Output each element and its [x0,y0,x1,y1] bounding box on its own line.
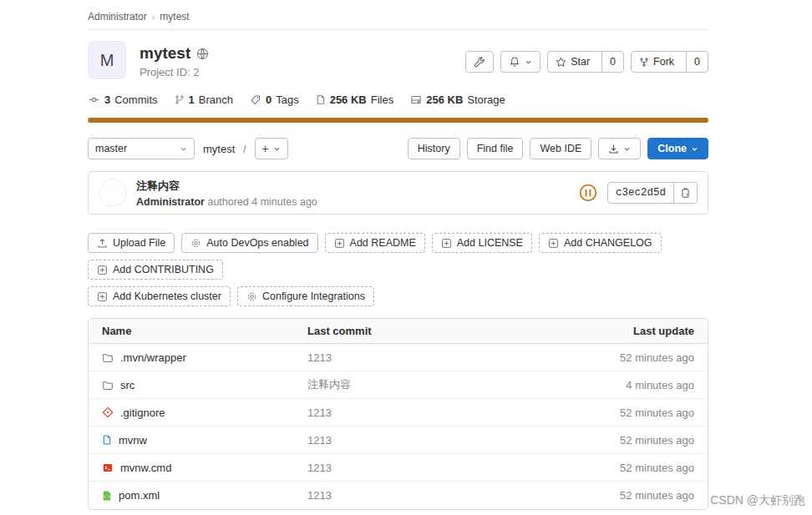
commit-link[interactable]: 1213 [307,434,552,447]
web-ide-button[interactable]: Web IDE [530,138,591,159]
quick-actions-row-2: Add Kubernetes cluster Configure Integra… [88,286,708,306]
language-bar[interactable] [88,118,708,123]
file-name: mvnw.cmd [120,462,171,474]
chevron-down-icon [691,145,698,153]
branch-icon [175,94,185,105]
stat-value: 0 [266,93,272,106]
table-row[interactable]: pom.xml 1213 52 minutes ago [89,482,708,509]
branch-selector[interactable]: master [88,138,195,159]
stat-branches[interactable]: 1 Branch [175,93,233,106]
gear-icon [246,291,257,302]
stat-label: Branch [199,93,233,106]
table-row[interactable]: mvnw 1213 52 minutes ago [89,427,708,454]
xml-file-icon [102,490,112,502]
file-name: .gitignore [120,406,165,419]
stat-files[interactable]: 256 KB Files [316,93,394,106]
commit-link[interactable]: 1213 [307,489,552,502]
button-label: Add Kubernetes cluster [113,290,221,302]
console-file-icon [102,462,114,473]
file-link[interactable]: mvnw.cmd [102,462,307,474]
fork-count[interactable]: 0 [686,52,708,72]
file-table-header: Name Last commit Last update [89,319,708,344]
stat-tags[interactable]: 0 Tags [250,93,299,106]
star-segment[interactable]: Star [548,52,597,72]
last-update: 52 minutes ago [552,462,694,474]
commit-author-name[interactable]: Administrator [136,196,205,208]
project-id: Project ID: 2 [140,66,209,78]
star-button[interactable]: Star 0 [547,51,624,73]
chevron-down-icon [525,58,532,66]
clipboard-icon [680,187,691,199]
copy-sha-button[interactable] [673,183,697,203]
storage-icon [410,94,422,105]
git-file-icon [102,406,114,418]
plus-square-icon [97,291,108,302]
star-icon [556,57,566,68]
stat-commits[interactable]: 3 Commits [88,93,158,106]
file-link[interactable]: .mvn/wrapper [102,351,307,364]
add-license-button[interactable]: Add LICENSE [432,233,532,253]
star-count[interactable]: 0 [601,52,623,72]
table-row[interactable]: src 注释内容 4 minutes ago [89,371,708,399]
history-button[interactable]: History [408,138,460,159]
upload-file-button[interactable]: Upload File [88,233,175,253]
add-changelog-button[interactable]: Add CHANGELOG [539,233,662,253]
fork-icon [639,57,649,68]
add-file-dropdown-button[interactable]: + [255,138,288,159]
table-row[interactable]: .mvn/wrapper 1213 52 minutes ago [89,344,708,371]
commit-link[interactable]: 注释内容 [307,377,552,392]
file-link[interactable]: pom.xml [102,489,307,502]
last-update: 52 minutes ago [552,489,694,502]
file-link[interactable]: src [102,379,307,391]
add-contributing-button[interactable]: Add CONTRIBUTING [88,260,223,280]
header-last-update: Last update [552,325,694,337]
breadcrumb-project[interactable]: mytest [160,11,189,23]
add-kubernetes-cluster-button[interactable]: Add Kubernetes cluster [88,286,231,306]
repo-path-root[interactable]: mytest [203,143,235,155]
commit-sha[interactable]: c3ec2d5d [608,183,673,203]
project-stats: 3 Commits 1 Branch 0 Tags 256 KB Files [88,93,708,106]
stat-label: Files [371,93,393,106]
commit-author-avatar[interactable] [99,179,127,207]
commit-info: 注释内容 Administrator authored 4 minutes ag… [136,179,317,208]
file-icon [316,94,326,105]
wrench-icon [474,56,485,68]
commit-link[interactable]: 1213 [307,406,552,419]
last-commit-box: 注释内容 Administrator authored 4 minutes ag… [88,171,708,215]
bell-icon [509,56,520,68]
globe-icon [196,48,209,60]
project-header: M mytest Project ID: 2 [88,41,708,79]
table-row[interactable]: mvnw.cmd 1213 52 minutes ago [89,454,708,482]
commit-message-link[interactable]: 注释内容 [136,179,317,194]
auto-devops-button[interactable]: Auto DevOps enabled [181,233,317,253]
file-link[interactable]: .gitignore [102,406,307,419]
find-file-button[interactable]: Find file [467,138,524,159]
file-link[interactable]: mvnw [102,434,307,447]
notifications-button[interactable] [500,51,540,73]
gear-icon [190,238,201,249]
fork-button[interactable]: Fork 0 [631,51,708,73]
settings-wrench-button[interactable] [465,51,494,73]
commit-link[interactable]: 1213 [307,462,552,474]
folder-icon [102,380,114,391]
clone-button[interactable]: Clone [647,138,708,159]
plus-icon: + [262,142,269,155]
header-name: Name [102,325,307,337]
download-button[interactable] [598,138,641,159]
breadcrumb-group[interactable]: Administrator [88,11,147,23]
configure-integrations-button[interactable]: Configure Integrations [237,286,374,306]
add-readme-button[interactable]: Add README [325,233,425,253]
branch-name: master [95,143,127,154]
star-label: Star [571,56,590,68]
table-row[interactable]: .gitignore 1213 52 minutes ago [89,399,708,427]
fork-segment[interactable]: Fork [632,52,682,72]
pipeline-status-paused-icon[interactable] [579,184,597,202]
file-name: .mvn/wrapper [120,351,186,364]
stat-storage[interactable]: 256 KB Storage [410,93,505,106]
commit-link[interactable]: 1213 [307,351,552,364]
plus-square-icon [97,265,108,275]
fork-label: Fork [653,56,674,68]
viewport: Administrator › mytest M mytest Project … [0,0,812,515]
stat-value: 3 [104,93,110,106]
download-icon [608,144,619,154]
